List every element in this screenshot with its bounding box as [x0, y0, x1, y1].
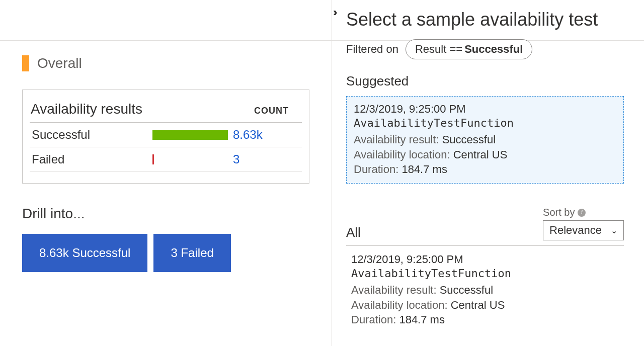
suggested-section-label: Suggested [346, 73, 624, 89]
result-row-successful[interactable]: Successful 8.63k [30, 123, 302, 147]
meta-location-label: Availability location: [351, 299, 448, 311]
right-pane: ›› Select a sample availability test Fil… [332, 0, 644, 346]
bar-successful [152, 130, 228, 140]
all-sample-item[interactable]: 12/3/2019, 9:25:00 PM AvailabilityTestFu… [346, 246, 624, 327]
meta-duration-value: 184.7 ms [399, 313, 445, 326]
result-row-failed[interactable]: Failed 3 [30, 147, 302, 172]
meta-result-label: Availability result: [351, 284, 437, 296]
collapse-icon[interactable]: ›› [333, 7, 335, 18]
meta-duration-label: Duration: [351, 313, 396, 326]
right-pane-title: Select a sample availability test [346, 9, 624, 30]
sort-by-text: Sort by [543, 207, 575, 218]
meta-duration-label: Duration: [354, 163, 398, 176]
availability-results-card: Availability results COUNT Successful 8.… [22, 90, 309, 184]
sort-value: Relevance [549, 224, 602, 237]
meta-result-value: Successful [442, 133, 496, 146]
filter-row: Filtered on Result == Successful [346, 39, 624, 59]
meta-location-value: Central US [453, 148, 508, 161]
meta-result-value: Successful [440, 284, 493, 296]
drill-failed-button[interactable]: 3 Failed [153, 234, 230, 272]
filter-prefix: Result == [415, 43, 462, 56]
result-bar-cell [152, 154, 233, 164]
suggested-sample-card[interactable]: 12/3/2019, 9:25:00 PM AvailabilityTestFu… [346, 96, 624, 184]
meta-duration-value: 184.7 ms [401, 163, 447, 176]
drill-successful-button[interactable]: 8.63k Successful [22, 234, 147, 272]
result-count: 3 [233, 152, 239, 166]
result-count: 8.63k [233, 128, 263, 142]
all-section-label: All [346, 225, 361, 240]
filter-label: Filtered on [346, 43, 398, 56]
sort-select[interactable]: Relevance ⌄ [543, 220, 624, 240]
results-title: Availability results [31, 101, 142, 117]
count-column-header: COUNT [254, 106, 302, 116]
meta-location-value: Central US [451, 299, 505, 311]
chevron-down-icon: ⌄ [611, 226, 617, 235]
sort-by-label: Sort by i [543, 207, 586, 218]
overall-accent-bar [22, 55, 29, 71]
sample-timestamp: 12/3/2019, 9:25:00 PM [351, 253, 624, 266]
result-label: Successful [32, 128, 152, 142]
sample-timestamp: 12/3/2019, 9:25:00 PM [354, 103, 616, 116]
sample-name: AvailabilityTestFunction [354, 117, 616, 129]
filter-chip[interactable]: Result == Successful [406, 39, 532, 59]
meta-location-label: Availability location: [354, 148, 450, 161]
left-pane: Overall Availability results COUNT Succe… [0, 0, 332, 346]
sample-name: AvailabilityTestFunction [351, 267, 624, 280]
info-icon[interactable]: i [578, 209, 586, 217]
bar-failed [152, 154, 154, 164]
result-label: Failed [32, 152, 152, 166]
drill-into-label: Drill into... [22, 206, 309, 222]
overall-header: Overall [22, 55, 309, 71]
result-bar-cell [152, 130, 233, 140]
overall-label: Overall [37, 55, 82, 71]
meta-result-label: Availability result: [354, 133, 439, 146]
filter-value: Successful [464, 43, 523, 56]
